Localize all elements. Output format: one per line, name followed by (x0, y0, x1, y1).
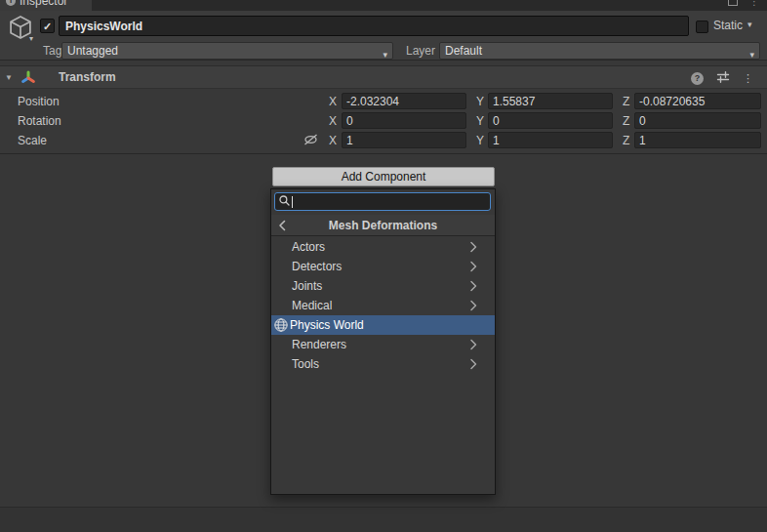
gameobject-name-field[interactable] (59, 16, 689, 36)
axis-z-label: Z (623, 95, 629, 108)
axis-z-label: Z (623, 114, 629, 128)
position-x-field[interactable] (342, 93, 466, 109)
tag-dropdown[interactable]: Untagged ▾ (61, 42, 393, 60)
axis-z-label: Z (623, 134, 629, 147)
active-checkbox[interactable]: ✓ (40, 19, 55, 33)
tab-inspector[interactable]: i Inspector (0, 0, 92, 11)
chevron-down-icon[interactable]: ▾ (29, 34, 33, 43)
layer-label: Layer (406, 44, 435, 58)
kebab-menu-icon[interactable]: ⋮ (749, 0, 759, 7)
chevron-right-icon (469, 241, 477, 256)
rotation-label: Rotation (18, 114, 61, 128)
tag-label: Tag (43, 44, 61, 58)
menu-item-tools[interactable]: Tools (271, 354, 495, 374)
scale-x-field[interactable] (342, 132, 466, 148)
inspector-tab-icon: i (6, 0, 16, 6)
globe-icon (273, 317, 289, 336)
transform-component: ▼ Transform ? (0, 61, 767, 154)
maximize-icon[interactable] (728, 0, 738, 6)
axis-x-label: X (329, 134, 337, 147)
scale-y-field[interactable] (488, 132, 613, 148)
scale-z-field[interactable] (634, 132, 761, 148)
scale-row: Scale X Y Z (0, 132, 767, 149)
menu-item-detectors[interactable]: Detectors (271, 257, 495, 276)
unity-inspector-window: i Inspector ⋮ ▾ ✓ Static ▾ Tag (0, 0, 767, 532)
static-checkbox[interactable] (696, 20, 708, 33)
chevron-right-icon (469, 339, 477, 353)
tab-label: Inspector (20, 0, 67, 9)
transform-axes-icon (20, 70, 36, 89)
scale-label: Scale (18, 134, 47, 147)
unlinked-scale-icon[interactable] (303, 133, 319, 149)
gameobject-header: ▾ ✓ Static ▾ Tag Untagged ▾ Layer Defaul… (0, 11, 767, 61)
tab-bar: i Inspector ⋮ (0, 0, 767, 11)
position-row: Position X Y Z (0, 93, 767, 110)
position-label: Position (18, 95, 60, 108)
add-component-button[interactable]: Add Component (272, 167, 495, 186)
presets-icon[interactable] (716, 70, 730, 87)
component-search-input[interactable] (293, 194, 490, 209)
menu-item-medical[interactable]: Medical (271, 296, 495, 315)
static-label: Static (713, 19, 743, 32)
menu-item-renderers[interactable]: Renderers (271, 335, 495, 354)
position-y-field[interactable] (488, 93, 613, 109)
menu-item-joints[interactable]: Joints (271, 276, 495, 296)
menu-item-physics-world[interactable]: Physics World (271, 315, 495, 335)
axis-y-label: Y (476, 95, 484, 108)
window-bottom-edge (0, 507, 767, 532)
transform-title: Transform (59, 70, 116, 84)
help-icon[interactable]: ? (691, 72, 704, 85)
static-dropdown-caret-icon[interactable]: ▾ (747, 20, 752, 29)
transform-header[interactable]: ▼ Transform ? (0, 65, 767, 89)
layer-value: Default (445, 44, 482, 58)
position-z-field[interactable] (634, 93, 761, 109)
rotation-row: Rotation X Y Z (0, 112, 767, 130)
rotation-y-field[interactable] (488, 112, 613, 129)
tag-value: Untagged (67, 44, 118, 58)
menu-item-actors[interactable]: Actors (271, 237, 495, 257)
menu-category-header[interactable]: Mesh Deformations (271, 215, 495, 236)
axis-y-label: Y (476, 114, 484, 128)
add-component-menu: Mesh Deformations Actors Detectors Joint… (270, 188, 496, 495)
chevron-right-icon (469, 261, 477, 275)
chevron-right-icon (469, 358, 477, 373)
component-search-box[interactable] (274, 192, 491, 211)
chevron-right-icon (469, 280, 477, 295)
layer-dropdown[interactable]: Default ▾ (439, 42, 760, 60)
rotation-z-field[interactable] (634, 112, 761, 129)
chevron-right-icon (469, 300, 477, 314)
menu-header-label: Mesh Deformations (271, 219, 495, 232)
search-icon (278, 194, 291, 210)
axis-x-label: X (329, 114, 337, 128)
axis-x-label: X (329, 95, 337, 108)
kebab-menu-icon[interactable]: ⋮ (743, 73, 753, 84)
rotation-x-field[interactable] (342, 112, 466, 129)
foldout-triangle-icon[interactable]: ▼ (5, 73, 13, 82)
axis-y-label: Y (476, 134, 484, 147)
